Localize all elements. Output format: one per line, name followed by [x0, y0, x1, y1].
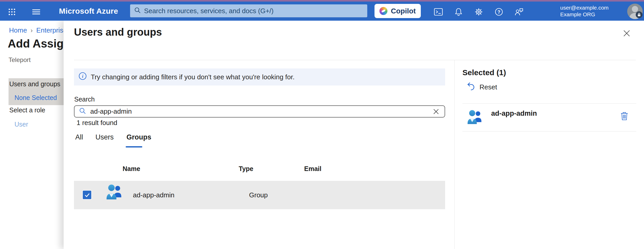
column-header-type: Type: [239, 165, 253, 173]
info-banner-text: Try changing or adding filters if you do…: [91, 73, 295, 81]
result-count: 1 result found: [77, 119, 117, 127]
svg-text:?: ?: [498, 10, 500, 15]
selected-heading: Selected (1): [462, 68, 506, 77]
tab-all[interactable]: All: [75, 133, 83, 141]
app-launcher-icon[interactable]: [7, 6, 17, 18]
column-header-email: Email: [304, 165, 321, 173]
help-icon[interactable]: ?: [493, 6, 505, 18]
users-groups-step-label: Users and groups: [9, 80, 60, 88]
none-selected-link[interactable]: None Selected: [14, 94, 57, 102]
trash-icon[interactable]: [620, 112, 629, 121]
lock-icon: [636, 11, 642, 18]
close-icon[interactable]: [622, 28, 632, 38]
breadcrumb-home-link[interactable]: Home: [9, 26, 27, 34]
panel-title: Users and groups: [74, 26, 162, 38]
panel-header-divider: [74, 60, 636, 60]
tab-groups[interactable]: Groups: [126, 133, 151, 141]
row-name: ad-app-admin: [133, 191, 174, 199]
settings-gear-icon[interactable]: [473, 6, 485, 18]
info-icon: i: [79, 72, 87, 82]
table-row[interactable]: ad-app-admin Group: [74, 181, 445, 209]
notifications-icon[interactable]: [453, 6, 465, 18]
group-avatar-icon: [106, 183, 123, 201]
panel-search-box[interactable]: [74, 105, 445, 118]
role-user-link[interactable]: User: [14, 121, 28, 128]
row-type: Group: [249, 191, 268, 199]
users-and-groups-panel: Users and groups i Try changing or addin…: [64, 21, 644, 249]
avatar-head: [632, 6, 638, 12]
account-info[interactable]: user@example.com Example ORG: [560, 2, 609, 21]
global-search-bar[interactable]: [130, 4, 367, 17]
search-field-label: Search: [74, 96, 95, 103]
panel-search-input[interactable]: [90, 107, 428, 115]
copilot-logo-icon: [379, 7, 387, 15]
svg-text:i: i: [82, 74, 83, 79]
column-header-name: Name: [123, 165, 140, 173]
azure-top-bar: Microsoft Azure Copilot ? user@example.c…: [0, 2, 644, 21]
feedback-icon[interactable]: [513, 6, 525, 18]
undo-icon: [467, 82, 475, 92]
copilot-button[interactable]: Copilot: [375, 4, 421, 18]
global-search-input[interactable]: [144, 7, 363, 15]
account-email: user@example.com: [560, 4, 609, 11]
sidebar-divider: [454, 60, 455, 249]
search-icon: [79, 107, 86, 115]
selected-item-divider-top: [462, 103, 636, 104]
search-icon: [134, 7, 141, 15]
copilot-label: Copilot: [391, 7, 416, 15]
account-org: Example ORG: [560, 11, 609, 18]
page-subtitle: Teleport: [9, 56, 31, 64]
group-avatar-icon: [467, 109, 483, 126]
clear-search-icon[interactable]: [432, 108, 440, 115]
selected-item-divider-bottom: [462, 131, 636, 131]
info-banner: i Try changing or adding filters if you …: [74, 68, 445, 85]
reset-label: Reset: [480, 83, 497, 91]
select-role-step-label: Select a role: [9, 106, 45, 114]
selected-item-name: ad-app-admin: [491, 110, 537, 118]
tab-users[interactable]: Users: [95, 133, 114, 141]
azure-brand[interactable]: Microsoft Azure: [59, 2, 118, 21]
cloud-shell-icon[interactable]: [432, 6, 444, 18]
reset-button[interactable]: Reset: [467, 82, 497, 92]
row-checkbox[interactable]: [82, 190, 92, 200]
hamburger-menu-icon[interactable]: [31, 6, 41, 18]
active-tab-underline: [126, 146, 142, 147]
chevron-right-icon: ›: [31, 27, 33, 34]
browser-accent-strip: [0, 0, 644, 2]
